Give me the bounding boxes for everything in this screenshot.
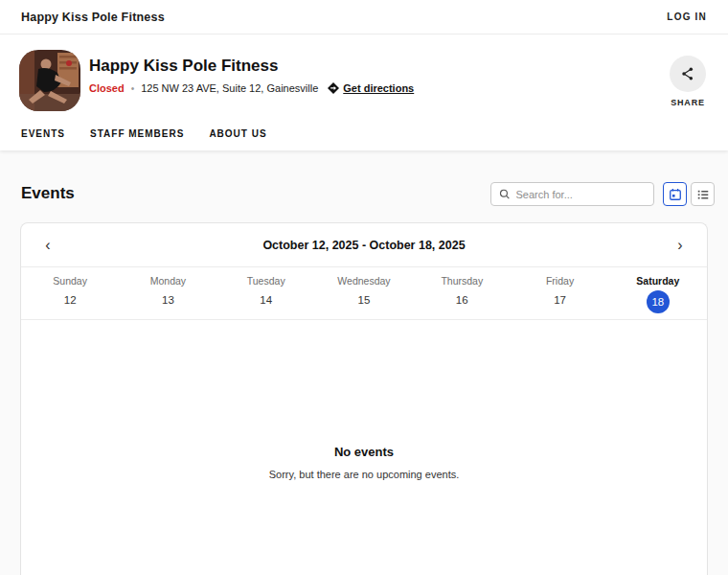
day-date[interactable]: 14 [217, 294, 315, 306]
share-label: SHARE [667, 98, 709, 107]
business-profile: Happy Kiss Pole Fitness Closed • 125 NW … [19, 50, 414, 111]
day-column-friday[interactable]: Friday 17 [511, 267, 608, 319]
day-date[interactable]: 13 [119, 294, 216, 306]
business-info: Happy Kiss Pole Fitness Closed • 125 NW … [89, 50, 414, 111]
no-events-state: No events Sorry, but there are no upcomi… [21, 320, 707, 480]
day-name: Tuesday [217, 275, 315, 287]
next-week-button[interactable]: › [667, 232, 694, 259]
calendar-card: ‹ October 12, 2025 - October 18, 2025 › … [20, 222, 708, 575]
calendar-view-button[interactable] [663, 182, 687, 206]
share-nodes-icon [680, 66, 695, 81]
day-date[interactable]: 17 [511, 294, 608, 306]
business-address: 125 NW 23 AVE, Suite 12, Gainesville [141, 82, 318, 94]
share-button-circle[interactable] [670, 56, 706, 92]
no-events-message: Sorry, but there are no upcoming events. [21, 469, 707, 480]
topbar-brand[interactable]: Happy Kiss Pole Fitness [21, 11, 165, 24]
search-icon [499, 188, 511, 200]
list-view-button[interactable] [691, 182, 715, 206]
tab-about-us[interactable]: ABOUT US [209, 125, 266, 143]
day-date[interactable]: 15 [315, 294, 413, 306]
day-column-tuesday[interactable]: Tuesday 14 [217, 267, 315, 319]
no-events-title: No events [21, 445, 707, 459]
directions-diamond-icon [328, 82, 339, 94]
tab-staff-members[interactable]: STAFF MEMBERS [90, 125, 184, 143]
status-badge: Closed [89, 82, 125, 94]
prev-week-button[interactable]: ‹ [34, 232, 61, 259]
tab-events[interactable]: EVENTS [21, 125, 65, 143]
business-nav-tabs: EVENTS STAFF MEMBERS ABOUT US [21, 125, 267, 143]
day-column-thursday[interactable]: Thursday 16 [413, 267, 511, 319]
business-meta-row: Closed • 125 NW 23 AVE, Suite 12, Gaines… [89, 82, 414, 94]
day-name: Wednesday [315, 275, 413, 287]
calendar-icon [669, 188, 682, 201]
week-range-label: October 12, 2025 - October 18, 2025 [262, 239, 465, 252]
get-directions-link[interactable]: Get directions [328, 82, 414, 94]
list-icon [696, 188, 710, 201]
day-column-monday[interactable]: Monday 13 [119, 267, 216, 319]
view-toggle-group [663, 182, 715, 206]
day-date[interactable]: 16 [413, 294, 511, 306]
search-input[interactable] [516, 189, 646, 200]
day-column-saturday-selected[interactable]: Saturday 18 [609, 267, 707, 319]
share-button[interactable]: SHARE [667, 56, 709, 107]
page-title: Events [21, 184, 75, 203]
week-days-row: Sunday 12 Monday 13 Tuesday 14 Wednesday… [21, 267, 707, 320]
login-button[interactable]: LOG IN [667, 12, 707, 22]
business-avatar [19, 50, 80, 111]
business-header: Happy Kiss Pole Fitness Closed • 125 NW … [0, 34, 728, 150]
day-date[interactable]: 12 [21, 294, 119, 306]
day-column-sunday[interactable]: Sunday 12 [21, 267, 119, 319]
day-column-wednesday[interactable]: Wednesday 15 [315, 267, 413, 319]
business-name: Happy Kiss Pole Fitness [89, 57, 414, 76]
avatar-photo-icon [19, 50, 80, 111]
day-name: Thursday [413, 275, 511, 287]
day-name: Monday [119, 275, 216, 287]
day-name: Saturday [609, 275, 707, 287]
day-name: Friday [511, 275, 608, 287]
day-name: Sunday [21, 275, 119, 287]
day-date[interactable]: 18 [609, 290, 707, 313]
week-navigation: ‹ October 12, 2025 - October 18, 2025 › [21, 223, 707, 267]
selected-date-circle[interactable]: 18 [647, 290, 670, 313]
dot-separator: • [131, 83, 135, 94]
search-box[interactable] [490, 182, 654, 206]
top-bar: Happy Kiss Pole Fitness LOG IN [0, 0, 728, 34]
get-directions-label: Get directions [343, 82, 414, 94]
